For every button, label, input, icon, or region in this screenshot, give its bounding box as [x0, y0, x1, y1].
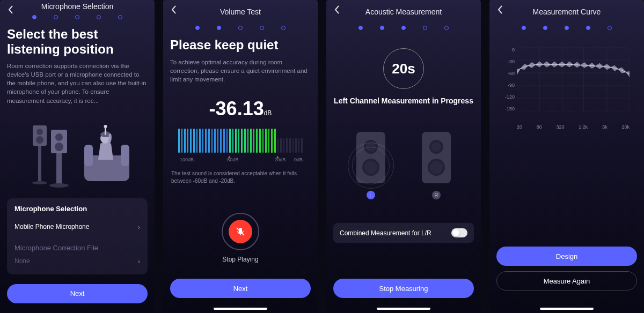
svg-point-15 — [104, 125, 107, 128]
speakers-illustration: L R — [333, 132, 474, 199]
header: Measurement Curve — [489, 0, 644, 21]
volume-hint: The test sound is considered acceptable … — [171, 170, 310, 185]
screen-acoustic-measurement: Acoustic Measurement 20s Left Channel Me… — [326, 0, 481, 313]
scale-mark-b: -20dB — [273, 157, 286, 162]
db-unit: dB — [264, 109, 272, 117]
progress-dot — [565, 26, 569, 30]
combined-measurement-row: Combined Measurement for L/R — [333, 223, 474, 243]
back-button[interactable] — [495, 4, 506, 15]
svg-point-9 — [49, 183, 69, 188]
progress-dot — [97, 15, 101, 19]
progress-dot — [281, 26, 286, 30]
stop-playing-button[interactable] — [222, 213, 259, 250]
countdown-value: 20s — [392, 61, 415, 77]
header-title: Acoustic Measurement — [365, 8, 442, 16]
progress-dot — [75, 15, 79, 19]
left-badge: L — [367, 191, 375, 199]
toggle-label: Combined Measurement for L/R — [340, 229, 431, 237]
svg-point-1 — [36, 129, 43, 135]
screen-volume-test: Volume Test Please keep quiet To achieve… — [163, 0, 318, 313]
screen-microphone-selection: Microphone Selection Select the best lis… — [0, 0, 155, 313]
right-speaker: R — [422, 132, 451, 199]
db-readout: -36.13dB — [170, 98, 311, 120]
progress-dot — [118, 15, 122, 19]
header-title: Microphone Selection — [41, 2, 114, 11]
chevron-left-icon — [334, 5, 340, 14]
scale-max: 0dB — [294, 157, 303, 162]
stop-icon-bg — [229, 220, 252, 243]
correction-file-title: Microphone Correction File — [14, 241, 140, 255]
header: Microphone Selection — [0, 0, 155, 11]
progress-dot — [401, 26, 406, 30]
svg-point-4 — [55, 133, 63, 141]
listening-position-illustration — [21, 118, 134, 188]
progress-dot — [543, 26, 547, 30]
y-axis-labels: 0-30-60-90-120-150 — [501, 47, 515, 111]
scale-min: -100dB — [178, 157, 194, 162]
progress-dot — [32, 15, 36, 19]
svg-rect-7 — [56, 153, 62, 184]
progress-dot — [522, 26, 526, 30]
home-indicator[interactable] — [214, 308, 267, 310]
card-title: Microphone Selection — [14, 205, 140, 213]
volume-meter — [178, 129, 303, 153]
progress-dot — [238, 26, 243, 30]
chevron-right-icon: › — [138, 257, 140, 265]
stop-playing-label: Stop Playing — [170, 256, 311, 263]
back-button[interactable] — [5, 4, 16, 15]
home-indicator[interactable] — [540, 308, 594, 310]
microphone-row[interactable]: Mobile Phone Microphone › — [14, 220, 140, 234]
volume-scale: -100dB -60dB -20dB 0dB ▴ ▴ — [178, 157, 303, 162]
svg-rect-11 — [84, 145, 93, 166]
scale-mark-a: -60dB — [225, 157, 238, 162]
design-button[interactable]: Design — [496, 247, 637, 266]
page-description: Room correction supports connection via … — [7, 62, 148, 105]
screen-measurement-curve: Measurement Curve 0-30-60-90-120-150 208… — [489, 0, 644, 313]
progress-dot — [54, 15, 58, 19]
tick-marker-icon: ▴ — [276, 154, 279, 159]
db-number: -36.13 — [209, 98, 264, 120]
svg-rect-14 — [105, 128, 106, 135]
chevron-right-icon: › — [138, 223, 140, 231]
x-axis-labels: 20803201.2k5k20k — [517, 124, 630, 130]
page-title: Please keep quiet — [170, 38, 311, 53]
progress-indicator — [326, 21, 481, 38]
chevron-left-icon — [497, 5, 503, 14]
microphone-card: Microphone Selection Mobile Phone Microp… — [7, 198, 148, 274]
header: Acoustic Measurement — [326, 0, 481, 21]
tick-marker-icon: ▴ — [228, 154, 231, 159]
countdown-ring: 20s — [383, 48, 424, 89]
microphone-value: Mobile Phone Microphone — [14, 223, 89, 230]
page-description: To achieve optimal accuracy during room … — [170, 58, 311, 84]
progress-dot — [195, 26, 200, 30]
measure-again-button[interactable]: Measure Again — [496, 271, 637, 290]
progress-dot — [444, 26, 449, 30]
back-button[interactable] — [332, 4, 342, 15]
back-button[interactable] — [169, 4, 179, 15]
correction-file-row[interactable]: None › — [14, 255, 140, 268]
header: Volume Test — [163, 0, 318, 21]
page-title: Select the best listening position — [7, 27, 148, 56]
chevron-left-icon — [8, 5, 13, 14]
right-badge: R — [432, 191, 441, 199]
svg-point-8 — [32, 181, 47, 184]
next-button[interactable]: Next — [170, 279, 311, 298]
header-title: Measurement Curve — [533, 8, 601, 16]
svg-rect-12 — [121, 145, 129, 166]
next-button[interactable]: Next — [7, 284, 148, 303]
svg-rect-6 — [38, 146, 41, 181]
svg-point-5 — [55, 143, 63, 151]
combined-toggle[interactable] — [451, 228, 467, 237]
progress-indicator — [489, 21, 644, 38]
progress-indicator — [0, 11, 155, 27]
progress-dot — [608, 26, 612, 30]
curve-chart: 0-30-60-90-120-150 20803201.2k5k20k — [496, 38, 637, 130]
progress-dot — [217, 26, 221, 30]
home-indicator[interactable] — [377, 308, 430, 310]
microphone-muted-icon — [235, 226, 246, 237]
stop-measuring-button[interactable]: Stop Measuring — [333, 279, 474, 298]
progress-dot — [586, 26, 590, 30]
progress-dot — [423, 26, 427, 30]
plot-area — [517, 47, 630, 111]
header-title: Volume Test — [220, 8, 261, 16]
